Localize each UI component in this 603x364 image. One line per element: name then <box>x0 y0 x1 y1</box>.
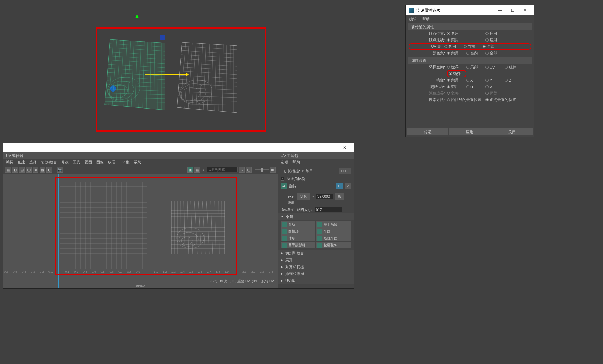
radio-space-component[interactable]: 组件 <box>505 65 524 70</box>
radio-colorsets-disable[interactable]: 禁用 <box>447 50 466 56</box>
radio-space-topology-highlighted[interactable]: 拓扑 <box>447 70 466 77</box>
tb-wire-icon[interactable]: ▤ <box>19 167 25 173</box>
3d-viewport[interactable] <box>3 3 302 141</box>
uv-close-button[interactable]: ✕ <box>338 143 351 152</box>
texel-set-button[interactable]: 集 <box>335 193 344 200</box>
flip-icon[interactable]: ⇄ <box>281 183 287 189</box>
radio-border-keep: 保留 <box>485 91 505 96</box>
radio-mirror-x[interactable]: X <box>466 78 485 82</box>
create-sphere-button[interactable]: 球形 <box>281 235 315 241</box>
create-normal-button[interactable]: 基于法线 <box>316 221 351 228</box>
radio-flip-v[interactable]: V <box>485 85 505 89</box>
radio-search-normal[interactable]: 沿法线的最近位置 <box>447 97 485 102</box>
uv-editor-titlebar[interactable]: — ☐ ✕ <box>3 143 354 152</box>
row-color-border: 颜色边界: 忽略 保留 <box>406 90 534 96</box>
radio-search-point[interactable]: 距点最近的位置 <box>485 97 524 102</box>
uv-toolkit-tab[interactable]: UV 工具包 <box>278 152 354 159</box>
create-auto-button[interactable]: 自动 <box>281 221 315 228</box>
menu-edit[interactable]: 编辑 <box>409 16 417 22</box>
uvmenu-help[interactable]: 帮助 <box>134 160 141 165</box>
tkmenu-help[interactable]: 帮助 <box>292 160 300 165</box>
create-camera-button[interactable]: 基于摄影机 <box>281 242 315 248</box>
radio-vertexpos-disable[interactable]: 禁用 <box>447 31 466 36</box>
uvmenu-texture[interactable]: 纹理 <box>108 160 115 165</box>
radio-space-world[interactable]: 世界 <box>447 65 466 70</box>
dialog-menubar: 编辑 帮助 <box>406 15 534 23</box>
uv-editor-panel: UV 编辑器 编辑 创建 选择 切割/缝合 修改 工具 视图 图像 纹理 UV … <box>3 152 278 288</box>
close-dialog-button[interactable]: 关闭 <box>491 128 533 135</box>
radio-flip-disable[interactable]: 禁用 <box>447 84 466 89</box>
step-value-input[interactable] <box>339 168 351 174</box>
close-button[interactable]: ✕ <box>519 5 531 15</box>
tb-snapshot-icon[interactable]: 📷 <box>57 167 63 173</box>
transfer-button[interactable]: 传递 <box>407 128 448 135</box>
texel-value-input[interactable] <box>316 194 333 199</box>
prevent-negative-checkbox[interactable] <box>281 177 284 181</box>
uvmenu-view[interactable]: 视图 <box>85 160 92 165</box>
tb-globe-icon[interactable]: ⊕ <box>239 167 245 173</box>
texel-get-button[interactable]: 获取 <box>297 193 310 200</box>
create-planar-button[interactable]: 平面 <box>316 228 351 235</box>
radio-vertexpos-enable[interactable]: 启用 <box>485 31 505 36</box>
uvmenu-uv-sets[interactable]: UV 集 <box>120 160 130 165</box>
section-settings-header: 属性设置 <box>408 57 532 64</box>
create-cylinder-button[interactable]: 圆柱形 <box>281 228 315 235</box>
uvmenu-create[interactable]: 创建 <box>18 160 25 165</box>
section-arrange[interactable]: ▶排列和布局 <box>278 270 354 277</box>
radio-mirror-disable[interactable]: 禁用 <box>447 78 466 83</box>
tb-shaded-icon[interactable]: ◧ <box>12 167 18 173</box>
radio-colorsets-all[interactable]: 全部 <box>485 50 505 56</box>
minimize-button[interactable]: — <box>494 5 506 15</box>
uv-minimize-button[interactable]: — <box>314 143 326 152</box>
step-snap-dropdown[interactable]: 禁用 <box>306 169 313 173</box>
uv-canvas[interactable]: -0.6-0.5-0.4-0.3-0.2-0.10.10.20.30.40.50… <box>3 174 278 288</box>
tb-image-icon[interactable]: ▢ <box>246 167 252 173</box>
radio-flip-u[interactable]: U <box>466 85 485 89</box>
section-unfold[interactable]: ▶展开 <box>278 257 354 263</box>
uvmenu-edit[interactable]: 编辑 <box>6 160 13 165</box>
radio-mirror-y[interactable]: Y <box>485 78 505 82</box>
radio-uvsets-disable[interactable]: 禁用 <box>444 44 464 49</box>
create-contour-button[interactable]: 轮廓拉伸 <box>316 242 351 248</box>
section-cut-sew[interactable]: ▶切割和缝合 <box>278 250 354 257</box>
uvmenu-cut-sew[interactable]: 切割/缝合 <box>41 160 57 165</box>
radio-space-local[interactable]: 局部 <box>466 65 485 70</box>
section-uv-sets[interactable]: ▶UV 集 <box>278 277 354 284</box>
tb-expand-icon[interactable]: ⊞ <box>270 167 276 173</box>
uv-editor-tab[interactable]: UV 编辑器 <box>3 152 278 159</box>
radio-colorsets-current[interactable]: 当前 <box>466 50 485 56</box>
radio-vertexnorm-disable[interactable]: 禁用 <box>447 37 466 43</box>
uvmenu-select[interactable]: 选择 <box>29 160 37 165</box>
maximize-button[interactable]: ☐ <box>506 5 519 15</box>
row-vertex-normal: 顶点法线: 禁用 启用 <box>406 37 534 43</box>
tb-border-icon[interactable]: ▢ <box>26 167 32 173</box>
tb-texture-icon[interactable]: ▣ <box>187 167 193 173</box>
section-create[interactable]: ▼创建 <box>278 213 354 220</box>
uvmenu-tools[interactable]: 工具 <box>73 160 80 165</box>
tb-checker2-icon[interactable]: ▦ <box>194 167 200 173</box>
uvmenu-modify[interactable]: 修改 <box>61 160 69 165</box>
radio-vertexnorm-enable[interactable]: 启用 <box>485 37 505 43</box>
tb-checker-icon[interactable]: ▩ <box>40 167 45 173</box>
radio-uvsets-current[interactable]: 当前 <box>464 44 483 49</box>
flip-v-button[interactable]: V <box>345 183 351 189</box>
create-bestplane-button[interactable]: 最佳平面 <box>316 235 351 241</box>
dialog-titlebar[interactable]: 传递属性选项 — ☐ ✕ <box>406 5 534 15</box>
section-align-snap[interactable]: ▶对齐和捕捉 <box>278 263 354 270</box>
uv-maximize-button[interactable]: ☐ <box>326 143 338 152</box>
uvmenu-image[interactable]: 图像 <box>96 160 104 165</box>
tb-grid-icon[interactable]: ▦ <box>5 167 11 173</box>
texture-search-input[interactable] <box>207 167 238 172</box>
uv-persp-label: persp <box>136 284 145 287</box>
map-size-input[interactable] <box>315 207 342 212</box>
radio-space-uv[interactable]: UV <box>485 65 505 69</box>
menu-help[interactable]: 帮助 <box>422 16 430 22</box>
tb-dim-icon[interactable]: ◐ <box>46 167 52 173</box>
apply-button[interactable]: 应用 <box>449 128 490 135</box>
radio-mirror-z[interactable]: Z <box>505 78 524 82</box>
tkmenu-options[interactable]: 选项 <box>281 160 288 165</box>
flip-u-button[interactable]: U <box>336 183 343 189</box>
radio-uvsets-all[interactable]: 全部 <box>483 44 502 49</box>
tb-distort-icon[interactable]: ◈ <box>33 167 38 173</box>
dim-slider[interactable] <box>255 169 269 170</box>
